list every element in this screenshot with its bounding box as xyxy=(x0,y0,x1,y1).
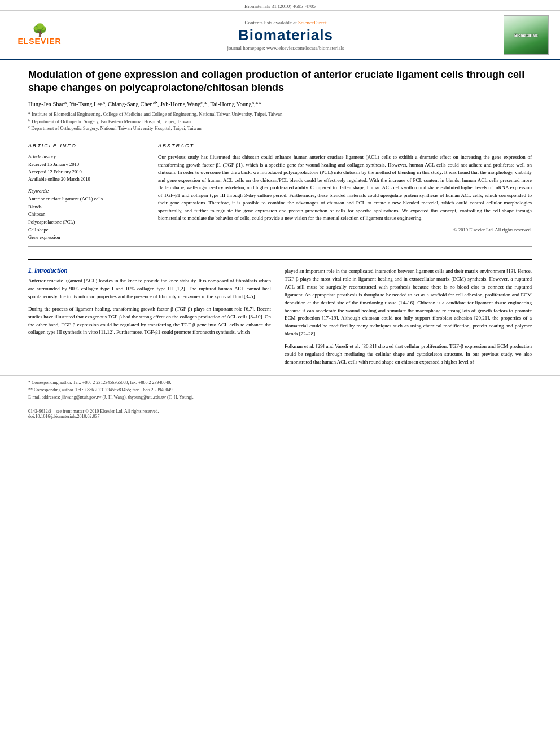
header-divider-1 xyxy=(28,138,532,138)
keyword-3: Chitosan xyxy=(28,211,147,219)
intro-para-2: During the process of ligament healing, … xyxy=(28,305,271,337)
section1-number: 1. xyxy=(28,268,33,274)
copyright-text: © 2010 Elsevier Ltd. All rights reserved… xyxy=(158,227,532,233)
abstract-col: Abstract Our previous study has illustra… xyxy=(158,143,532,242)
doi-line: doi:10.1016/j.biomaterials.2010.02.037 xyxy=(28,414,532,419)
page: Biomaterials 31 (2010) 4695–4705 🌳 ELSEV… xyxy=(0,0,560,747)
keyword-5: Cell shape xyxy=(28,226,147,234)
elsevier-logo-area: 🌳 ELSEVIER xyxy=(11,24,68,46)
issn-line: 0142-9612/$ – see front matter © 2010 El… xyxy=(28,409,532,414)
biomaterials-logo-box: Biomaterials xyxy=(504,15,549,55)
intro-para-right-1: played an important role in the complica… xyxy=(285,268,532,338)
abstract-text: Our previous study has illustrated that … xyxy=(158,154,532,222)
body-right-col: played an important role in the complica… xyxy=(285,268,532,371)
citation-bar: Biomaterials 31 (2010) 4695–4705 xyxy=(0,0,560,11)
affiliation-a: ᵃ Institute of Biomedical Engineering, C… xyxy=(28,111,532,118)
affiliation-c: ᶜ Department of Orthopedic Surgery, Nati… xyxy=(28,125,532,132)
footnote-corresponding-1: * Corresponding author. Tel.: +886 2 231… xyxy=(28,379,532,387)
journal-header: 🌳 ELSEVIER Contents lists available at S… xyxy=(0,11,560,60)
body-content: 1. Introduction Anterior cruciate ligame… xyxy=(0,259,560,371)
elsevier-wordmark: ELSEVIER xyxy=(18,37,61,46)
citation-text: Biomaterials 31 (2010) 4695–4705 xyxy=(244,3,316,9)
footnote-email: E-mail addresses: jlhwang@ntuh.gov.tw (J… xyxy=(28,394,532,401)
footnote-corresponding-2: ** Corresponding author. Tel.: +886 2 23… xyxy=(28,387,532,394)
sciencedirect-anchor[interactable]: ScienceDirect xyxy=(298,20,326,25)
affiliation-b: ᵇ Department of Orthopedic Surgery, Far … xyxy=(28,118,532,125)
bottom-info: 0142-9612/$ – see front matter © 2010 El… xyxy=(0,407,560,421)
header-divider-2 xyxy=(28,246,532,247)
sciencedirect-link: Contents lists available at ScienceDirec… xyxy=(68,20,504,25)
history-label: Article history: xyxy=(28,154,147,159)
received-date: Received 15 January 2010 xyxy=(28,161,147,168)
keyword-1: Anterior cruciate ligament (ACL) cells xyxy=(28,195,147,203)
available-date: Available online 20 March 2010 xyxy=(28,176,147,183)
section1-label: Introduction xyxy=(34,268,67,274)
journal-title-area: Contents lists available at ScienceDirec… xyxy=(68,20,504,51)
keyword-4: Polycaprolactone (PCL) xyxy=(28,219,147,226)
journal-name: Biomaterials xyxy=(68,27,504,44)
intro-para-1: Anterior cruciate ligament (ACL) locates… xyxy=(28,277,271,301)
body-left-col: 1. Introduction Anterior cruciate ligame… xyxy=(28,268,271,371)
keyword-6: Gene expression xyxy=(28,234,147,242)
section1-title: 1. Introduction xyxy=(28,268,271,274)
authors-line: Hung-Jen Shaoᵃ, Yu-Tsang Leeᵃ, Chiang-Sa… xyxy=(28,101,532,107)
info-abstract-section: Article info Article history: Received 1… xyxy=(28,143,532,242)
keywords-section: Keywords: Anterior cruciate ligament (AC… xyxy=(28,188,147,242)
article-info-header: Article info xyxy=(28,143,147,150)
abstract-header: Abstract xyxy=(158,143,532,150)
intro-para-right-2: Folkman et al. [29] and Varedi et al. [3… xyxy=(285,343,532,366)
accepted-date: Accepted 12 February 2010 xyxy=(28,168,147,176)
article-info-col: Article info Article history: Received 1… xyxy=(28,143,147,242)
keywords-label: Keywords: xyxy=(28,188,147,194)
article-title: Modulation of gene expression and collag… xyxy=(28,68,532,95)
article-header-section: Modulation of gene expression and collag… xyxy=(0,60,560,259)
footnote-area: * Corresponding author. Tel.: +886 2 231… xyxy=(0,375,560,407)
homepage-link: journal homepage: www.elsevier.com/locat… xyxy=(68,45,504,51)
authors-text: Hung-Jen Shaoᵃ, Yu-Tsang Leeᵃ, Chiang-Sa… xyxy=(28,101,261,107)
body-top-divider xyxy=(28,259,532,260)
keyword-2: Blends xyxy=(28,203,147,211)
elsevier-tree-icon: 🌳 xyxy=(32,24,47,37)
affiliations: ᵃ Institute of Biomedical Engineering, C… xyxy=(28,111,532,132)
body-columns: 1. Introduction Anterior cruciate ligame… xyxy=(28,268,532,371)
biomaterials-logo-text: Biomaterials xyxy=(514,33,538,37)
